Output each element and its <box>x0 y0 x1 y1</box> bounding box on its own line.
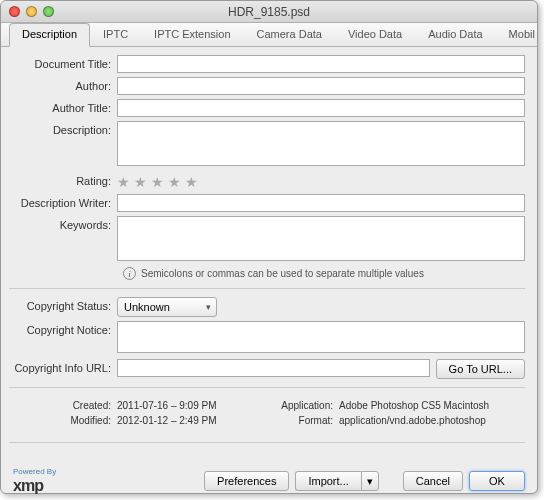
star-icon[interactable]: ★ <box>168 174 181 190</box>
cancel-button[interactable]: Cancel <box>403 471 463 491</box>
copyright-status-value: Unknown <box>124 301 170 313</box>
copyright-status-label: Copyright Status: <box>9 297 117 312</box>
modified-value: 2012-01-12 – 2:49 PM <box>117 415 217 426</box>
import-split-button: Import... ▾ <box>295 471 378 491</box>
tab-audio-data[interactable]: Audio Data <box>415 23 495 46</box>
hint-text: Semicolons or commas can be used to sepa… <box>141 268 424 279</box>
go-to-url-button[interactable]: Go To URL... <box>436 359 525 379</box>
xmp-logo: xmp <box>13 477 43 495</box>
description-writer-input[interactable] <box>117 194 525 212</box>
keywords-hint: i Semicolons or commas can be used to se… <box>123 267 525 280</box>
preferences-button[interactable]: Preferences <box>204 471 289 491</box>
info-icon: i <box>123 267 136 280</box>
titlebar: HDR_9185.psd <box>1 1 537 23</box>
rating-label: Rating: <box>9 172 117 187</box>
tab-mobile[interactable]: Mobil <box>496 23 544 46</box>
application-label: Application: <box>267 400 339 411</box>
rating-stars: ★ ★ ★ ★ ★ <box>117 172 525 190</box>
tab-video-data[interactable]: Video Data <box>335 23 415 46</box>
document-title-input[interactable] <box>117 55 525 73</box>
window-title: HDR_9185.psd <box>1 5 537 19</box>
tab-iptc[interactable]: IPTC <box>90 23 141 46</box>
created-value: 2011-07-16 – 9:09 PM <box>117 400 217 411</box>
keywords-label: Keywords: <box>9 216 117 231</box>
document-title-label: Document Title: <box>9 55 117 70</box>
powered-by-label: Powered By <box>13 467 56 476</box>
import-button[interactable]: Import... <box>295 471 360 491</box>
application-value: Adobe Photoshop CS5 Macintosh <box>339 400 489 411</box>
author-label: Author: <box>9 77 117 92</box>
author-input[interactable] <box>117 77 525 95</box>
created-label: Created: <box>9 400 117 411</box>
divider <box>9 288 525 289</box>
copyright-url-input[interactable] <box>117 359 430 377</box>
copyright-notice-textarea[interactable] <box>117 321 525 353</box>
tab-description[interactable]: Description <box>9 23 90 47</box>
description-label: Description: <box>9 121 117 136</box>
content-area: Document Title: Author: Author Title: De… <box>1 47 537 459</box>
divider <box>9 442 525 443</box>
tab-iptc-extension[interactable]: IPTC Extension <box>141 23 243 46</box>
star-icon[interactable]: ★ <box>117 174 130 190</box>
tab-bar: Description IPTC IPTC Extension Camera D… <box>1 23 537 47</box>
description-writer-label: Description Writer: <box>9 194 117 209</box>
divider <box>9 387 525 388</box>
tab-camera-data[interactable]: Camera Data <box>244 23 335 46</box>
author-title-input[interactable] <box>117 99 525 117</box>
keywords-textarea[interactable] <box>117 216 525 261</box>
copyright-status-select[interactable]: Unknown <box>117 297 217 317</box>
description-textarea[interactable] <box>117 121 525 166</box>
copyright-notice-label: Copyright Notice: <box>9 321 117 336</box>
star-icon[interactable]: ★ <box>185 174 198 190</box>
metadata-area: Created: 2011-07-16 – 9:09 PM Modified: … <box>9 396 525 434</box>
copyright-url-label: Copyright Info URL: <box>9 359 117 374</box>
xmp-logo-block: Powered By xmp <box>13 467 56 495</box>
format-value: application/vnd.adobe.photoshop <box>339 415 486 426</box>
ok-button[interactable]: OK <box>469 471 525 491</box>
footer: Powered By xmp Preferences Import... ▾ C… <box>1 459 537 500</box>
format-label: Format: <box>267 415 339 426</box>
modified-label: Modified: <box>9 415 117 426</box>
file-info-window: HDR_9185.psd Description IPTC IPTC Exten… <box>0 0 538 494</box>
star-icon[interactable]: ★ <box>151 174 164 190</box>
import-dropdown-icon[interactable]: ▾ <box>361 471 379 491</box>
star-icon[interactable]: ★ <box>134 174 147 190</box>
author-title-label: Author Title: <box>9 99 117 114</box>
